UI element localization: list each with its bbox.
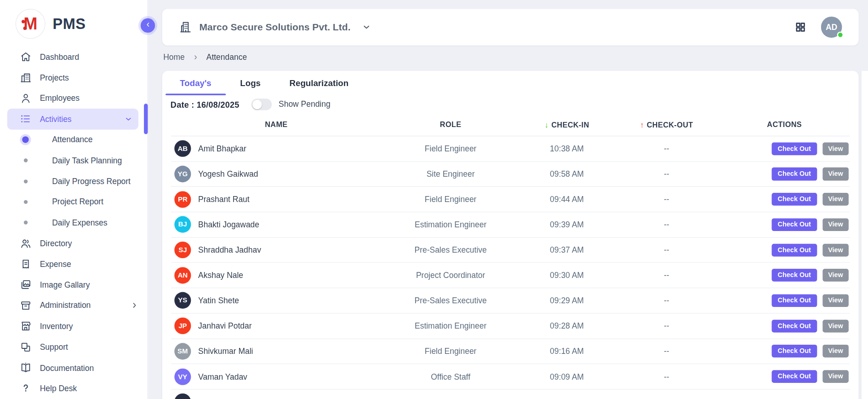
employee-avatar: AB [174, 140, 191, 157]
filter-row: Date : 16/08/2025 Show Pending [162, 95, 859, 113]
table-row: ABAmit BhapkarField Engineer10:38 AM--Ch… [171, 136, 850, 162]
employee-role: Field Engineer [382, 144, 520, 153]
view-button[interactable]: View [822, 370, 849, 383]
view-button[interactable]: View [822, 218, 849, 231]
scrollbar-track[interactable] [861, 71, 868, 399]
table-row: PRPrashant RautField Engineer09:44 AM--C… [171, 187, 850, 212]
sidebar-subitem-attendance[interactable]: Attendance [0, 129, 147, 150]
column-header-check-in[interactable]: CHECK-IN [520, 120, 614, 129]
sidebar-item-label: Help Desk [40, 384, 77, 393]
sidebar-subitem-daily-expenses[interactable]: Daily Expenses [0, 212, 147, 233]
check-out-time: -- [614, 144, 719, 153]
attendance-table: NAME ROLE CHECK-IN CHECK-OUT ACTIONS ABA… [171, 113, 850, 399]
apps-grid-icon[interactable] [794, 21, 806, 33]
check-out-button[interactable]: Check Out [771, 370, 817, 383]
person-icon [20, 93, 31, 104]
sidebar-item-label: Employees [40, 94, 80, 103]
check-out-button[interactable]: Check Out [771, 243, 817, 256]
brand-name: PMS [52, 15, 86, 32]
view-button[interactable]: View [822, 319, 849, 332]
sidebar-item-support[interactable]: Support [0, 336, 147, 357]
sidebar-item-activities[interactable]: Activities [7, 109, 138, 129]
employee-name: Janhavi Potdar [198, 322, 251, 330]
attendance-panel: Today'sLogsRegularization Date : 16/08/2… [162, 71, 859, 399]
check-out-button[interactable]: Check Out [771, 142, 817, 155]
view-button[interactable]: View [822, 269, 849, 282]
office-building-icon [179, 21, 192, 34]
view-button[interactable]: View [822, 142, 849, 155]
view-button[interactable]: View [822, 294, 849, 307]
employee-avatar: YS [174, 292, 191, 309]
check-out-button[interactable]: Check Out [771, 168, 817, 180]
sidebar-item-projects[interactable]: Projects [0, 67, 147, 88]
breadcrumb: Home Attendance [163, 52, 247, 61]
column-header-check-out[interactable]: CHECK-OUT [614, 120, 719, 129]
employee-name: Prashant Raut [198, 195, 250, 204]
view-button[interactable]: View [822, 243, 849, 256]
view-button[interactable]: View [822, 168, 849, 180]
employee-avatar: SM [174, 343, 191, 359]
employee-avatar [174, 393, 191, 399]
check-out-button[interactable]: Check Out [771, 319, 817, 332]
date-label: Date : 16/08/2025 [171, 99, 240, 109]
tab-regularization[interactable]: Regularization [275, 71, 363, 95]
check-in-time: 09:39 AM [520, 220, 614, 229]
check-in-time: 10:38 AM [520, 144, 614, 153]
employee-avatar: YG [174, 166, 191, 182]
brand-logo: M [16, 9, 46, 39]
company-selector[interactable]: Marco Secure Solutions Pvt. Ltd. [179, 21, 371, 34]
home-icon [20, 51, 31, 63]
employee-role: Pre-Sales Executive [382, 246, 520, 254]
sidebar-subitem-daily-task-planning[interactable]: Daily Task Planning [0, 150, 147, 171]
dot-icon [24, 159, 28, 162]
sidebar-item-image-gallary[interactable]: Image Gallary [0, 274, 147, 295]
show-pending-toggle[interactable] [251, 98, 272, 110]
sidebar-item-administration[interactable]: Administration [0, 295, 147, 316]
breadcrumb-home-link[interactable]: Home [163, 52, 185, 61]
header-actions: AD [794, 17, 842, 38]
check-out-button[interactable]: Check Out [771, 269, 817, 282]
sidebar-subitem-label: Daily Expenses [52, 218, 107, 227]
employee-role: Field Engineer [382, 195, 520, 204]
check-out-button[interactable]: Check Out [771, 345, 817, 358]
employee-name: Akshay Nale [198, 271, 243, 280]
check-out-button[interactable]: Check Out [771, 193, 817, 206]
sidebar-item-employees[interactable]: Employees [0, 88, 147, 109]
tab-logs[interactable]: Logs [226, 71, 275, 95]
squares-icon [20, 341, 31, 353]
sidebar-item-inventory[interactable]: Inventory [0, 316, 147, 336]
sidebar-item-directory[interactable]: Directory [0, 233, 147, 254]
view-button[interactable]: View [822, 193, 849, 206]
sidebar-subitem-daily-progress-report[interactable]: Daily Progress Report [0, 171, 147, 191]
sidebar-item-expense[interactable]: Expense [0, 254, 147, 274]
check-out-time: -- [614, 220, 719, 229]
check-out-button[interactable]: Check Out [771, 218, 817, 231]
sidebar-item-label: Inventory [40, 322, 73, 330]
sidebar-item-label: Administration [40, 301, 91, 310]
book-icon [20, 362, 31, 373]
toggle-knob [252, 99, 262, 109]
check-in-time: 09:29 AM [520, 296, 614, 305]
employee-name: Shraddha Jadhav [198, 246, 261, 254]
check-out-button[interactable]: Check Out [771, 294, 817, 307]
chevron-down-icon [124, 115, 133, 123]
sidebar-subitem-label: Daily Progress Report [52, 177, 131, 185]
sidebar-item-label: Projects [40, 73, 69, 82]
view-button[interactable]: View [822, 345, 849, 358]
employee-name: Vaman Yadav [198, 372, 247, 381]
sidebar-subitem-project-report[interactable]: Project Report [0, 191, 147, 212]
employee-name: Amit Bhapkar [198, 144, 246, 153]
table-row: YSYatin ShetePre-Sales Executive09:29 AM… [171, 288, 850, 313]
tab-todays[interactable]: Today's [166, 71, 226, 95]
user-avatar[interactable]: AD [821, 17, 842, 38]
sidebar-collapse-button[interactable] [141, 18, 155, 33]
sidebar-item-documentation[interactable]: Documentation [0, 357, 147, 378]
sidebar-item-dashboard[interactable]: Dashboard [0, 46, 147, 67]
sidebar-item-help-desk[interactable]: Help Desk [0, 378, 147, 399]
check-in-time: 09:37 AM [520, 246, 614, 254]
avatar-initials: AD [826, 23, 837, 31]
table-row: VYVaman YadavOffice Staff09:09 AM--Check… [171, 364, 850, 389]
sidebar-nav: DashboardProjectsEmployeesActivitiesAtte… [0, 46, 147, 399]
receipt-icon [20, 258, 31, 270]
employee-avatar: BJ [174, 216, 191, 233]
